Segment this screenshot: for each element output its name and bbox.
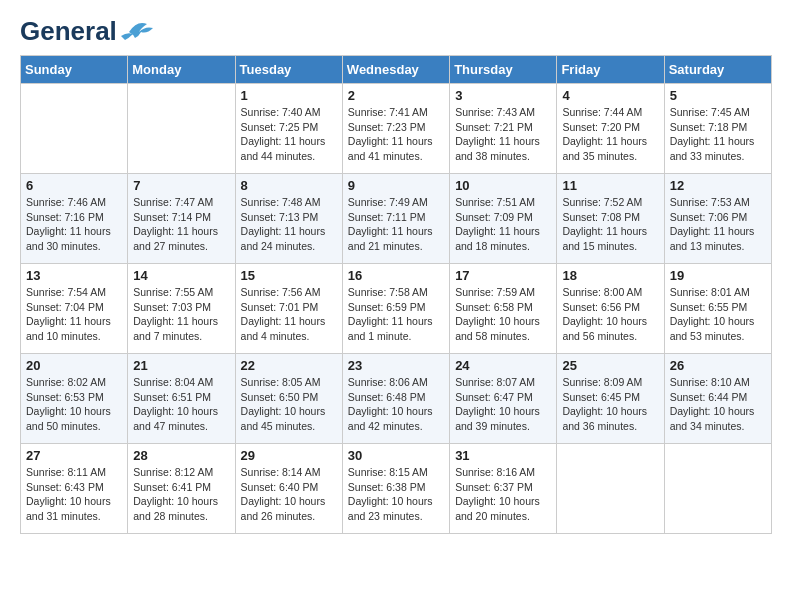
day-number: 23: [348, 358, 444, 373]
day-number: 15: [241, 268, 337, 283]
week-row-3: 20Sunrise: 8:02 AM Sunset: 6:53 PM Dayli…: [21, 354, 772, 444]
day-info: Sunrise: 7:51 AM Sunset: 7:09 PM Dayligh…: [455, 195, 551, 254]
calendar-cell: 19Sunrise: 8:01 AM Sunset: 6:55 PM Dayli…: [664, 264, 771, 354]
day-info: Sunrise: 8:16 AM Sunset: 6:37 PM Dayligh…: [455, 465, 551, 524]
calendar-cell: 11Sunrise: 7:52 AM Sunset: 7:08 PM Dayli…: [557, 174, 664, 264]
logo-bird-icon: [119, 18, 155, 46]
calendar-cell: 16Sunrise: 7:58 AM Sunset: 6:59 PM Dayli…: [342, 264, 449, 354]
day-number: 4: [562, 88, 658, 103]
weekday-header-monday: Monday: [128, 56, 235, 84]
day-number: 27: [26, 448, 122, 463]
calendar-cell: 8Sunrise: 7:48 AM Sunset: 7:13 PM Daylig…: [235, 174, 342, 264]
calendar-cell: 31Sunrise: 8:16 AM Sunset: 6:37 PM Dayli…: [450, 444, 557, 534]
day-number: 5: [670, 88, 766, 103]
calendar-cell: 10Sunrise: 7:51 AM Sunset: 7:09 PM Dayli…: [450, 174, 557, 264]
day-info: Sunrise: 8:04 AM Sunset: 6:51 PM Dayligh…: [133, 375, 229, 434]
day-info: Sunrise: 8:05 AM Sunset: 6:50 PM Dayligh…: [241, 375, 337, 434]
logo: General: [20, 16, 155, 43]
calendar-cell: 3Sunrise: 7:43 AM Sunset: 7:21 PM Daylig…: [450, 84, 557, 174]
day-info: Sunrise: 8:00 AM Sunset: 6:56 PM Dayligh…: [562, 285, 658, 344]
calendar-cell: [21, 84, 128, 174]
calendar-cell: 2Sunrise: 7:41 AM Sunset: 7:23 PM Daylig…: [342, 84, 449, 174]
day-number: 29: [241, 448, 337, 463]
day-info: Sunrise: 7:54 AM Sunset: 7:04 PM Dayligh…: [26, 285, 122, 344]
day-number: 7: [133, 178, 229, 193]
day-number: 18: [562, 268, 658, 283]
calendar-cell: 14Sunrise: 7:55 AM Sunset: 7:03 PM Dayli…: [128, 264, 235, 354]
day-number: 25: [562, 358, 658, 373]
day-number: 3: [455, 88, 551, 103]
day-number: 20: [26, 358, 122, 373]
week-row-0: 1Sunrise: 7:40 AM Sunset: 7:25 PM Daylig…: [21, 84, 772, 174]
calendar-cell: [664, 444, 771, 534]
day-info: Sunrise: 8:12 AM Sunset: 6:41 PM Dayligh…: [133, 465, 229, 524]
day-info: Sunrise: 7:49 AM Sunset: 7:11 PM Dayligh…: [348, 195, 444, 254]
calendar-cell: 30Sunrise: 8:15 AM Sunset: 6:38 PM Dayli…: [342, 444, 449, 534]
calendar-cell: 13Sunrise: 7:54 AM Sunset: 7:04 PM Dayli…: [21, 264, 128, 354]
day-number: 31: [455, 448, 551, 463]
calendar-cell: 22Sunrise: 8:05 AM Sunset: 6:50 PM Dayli…: [235, 354, 342, 444]
logo-general: General: [20, 16, 117, 47]
day-info: Sunrise: 7:55 AM Sunset: 7:03 PM Dayligh…: [133, 285, 229, 344]
day-info: Sunrise: 8:02 AM Sunset: 6:53 PM Dayligh…: [26, 375, 122, 434]
day-info: Sunrise: 8:09 AM Sunset: 6:45 PM Dayligh…: [562, 375, 658, 434]
calendar-cell: 27Sunrise: 8:11 AM Sunset: 6:43 PM Dayli…: [21, 444, 128, 534]
day-number: 9: [348, 178, 444, 193]
day-number: 26: [670, 358, 766, 373]
day-info: Sunrise: 7:59 AM Sunset: 6:58 PM Dayligh…: [455, 285, 551, 344]
weekday-header-row: SundayMondayTuesdayWednesdayThursdayFrid…: [21, 56, 772, 84]
day-number: 13: [26, 268, 122, 283]
day-info: Sunrise: 8:01 AM Sunset: 6:55 PM Dayligh…: [670, 285, 766, 344]
day-info: Sunrise: 7:44 AM Sunset: 7:20 PM Dayligh…: [562, 105, 658, 164]
calendar-cell: 25Sunrise: 8:09 AM Sunset: 6:45 PM Dayli…: [557, 354, 664, 444]
day-info: Sunrise: 7:46 AM Sunset: 7:16 PM Dayligh…: [26, 195, 122, 254]
calendar-cell: 17Sunrise: 7:59 AM Sunset: 6:58 PM Dayli…: [450, 264, 557, 354]
day-info: Sunrise: 8:15 AM Sunset: 6:38 PM Dayligh…: [348, 465, 444, 524]
page-header: General: [20, 16, 772, 43]
weekday-header-saturday: Saturday: [664, 56, 771, 84]
calendar-cell: 29Sunrise: 8:14 AM Sunset: 6:40 PM Dayli…: [235, 444, 342, 534]
calendar-cell: 15Sunrise: 7:56 AM Sunset: 7:01 PM Dayli…: [235, 264, 342, 354]
calendar-cell: 20Sunrise: 8:02 AM Sunset: 6:53 PM Dayli…: [21, 354, 128, 444]
week-row-1: 6Sunrise: 7:46 AM Sunset: 7:16 PM Daylig…: [21, 174, 772, 264]
day-number: 1: [241, 88, 337, 103]
calendar-cell: 23Sunrise: 8:06 AM Sunset: 6:48 PM Dayli…: [342, 354, 449, 444]
calendar-cell: 5Sunrise: 7:45 AM Sunset: 7:18 PM Daylig…: [664, 84, 771, 174]
day-number: 16: [348, 268, 444, 283]
day-info: Sunrise: 7:53 AM Sunset: 7:06 PM Dayligh…: [670, 195, 766, 254]
day-number: 30: [348, 448, 444, 463]
day-number: 22: [241, 358, 337, 373]
weekday-header-tuesday: Tuesday: [235, 56, 342, 84]
calendar-cell: 1Sunrise: 7:40 AM Sunset: 7:25 PM Daylig…: [235, 84, 342, 174]
calendar-cell: 6Sunrise: 7:46 AM Sunset: 7:16 PM Daylig…: [21, 174, 128, 264]
calendar-cell: 21Sunrise: 8:04 AM Sunset: 6:51 PM Dayli…: [128, 354, 235, 444]
week-row-2: 13Sunrise: 7:54 AM Sunset: 7:04 PM Dayli…: [21, 264, 772, 354]
calendar-cell: [557, 444, 664, 534]
week-row-4: 27Sunrise: 8:11 AM Sunset: 6:43 PM Dayli…: [21, 444, 772, 534]
day-number: 17: [455, 268, 551, 283]
day-number: 21: [133, 358, 229, 373]
calendar-cell: 28Sunrise: 8:12 AM Sunset: 6:41 PM Dayli…: [128, 444, 235, 534]
calendar-cell: [128, 84, 235, 174]
day-info: Sunrise: 7:47 AM Sunset: 7:14 PM Dayligh…: [133, 195, 229, 254]
day-info: Sunrise: 7:48 AM Sunset: 7:13 PM Dayligh…: [241, 195, 337, 254]
day-number: 10: [455, 178, 551, 193]
day-number: 19: [670, 268, 766, 283]
day-number: 11: [562, 178, 658, 193]
calendar-cell: 9Sunrise: 7:49 AM Sunset: 7:11 PM Daylig…: [342, 174, 449, 264]
day-info: Sunrise: 8:11 AM Sunset: 6:43 PM Dayligh…: [26, 465, 122, 524]
day-info: Sunrise: 8:14 AM Sunset: 6:40 PM Dayligh…: [241, 465, 337, 524]
calendar-table: SundayMondayTuesdayWednesdayThursdayFrid…: [20, 55, 772, 534]
day-info: Sunrise: 7:45 AM Sunset: 7:18 PM Dayligh…: [670, 105, 766, 164]
calendar-cell: 26Sunrise: 8:10 AM Sunset: 6:44 PM Dayli…: [664, 354, 771, 444]
day-info: Sunrise: 7:52 AM Sunset: 7:08 PM Dayligh…: [562, 195, 658, 254]
day-info: Sunrise: 7:58 AM Sunset: 6:59 PM Dayligh…: [348, 285, 444, 344]
day-number: 12: [670, 178, 766, 193]
day-info: Sunrise: 8:07 AM Sunset: 6:47 PM Dayligh…: [455, 375, 551, 434]
day-number: 14: [133, 268, 229, 283]
calendar-cell: 4Sunrise: 7:44 AM Sunset: 7:20 PM Daylig…: [557, 84, 664, 174]
weekday-header-sunday: Sunday: [21, 56, 128, 84]
weekday-header-wednesday: Wednesday: [342, 56, 449, 84]
calendar-cell: 7Sunrise: 7:47 AM Sunset: 7:14 PM Daylig…: [128, 174, 235, 264]
day-info: Sunrise: 7:56 AM Sunset: 7:01 PM Dayligh…: [241, 285, 337, 344]
